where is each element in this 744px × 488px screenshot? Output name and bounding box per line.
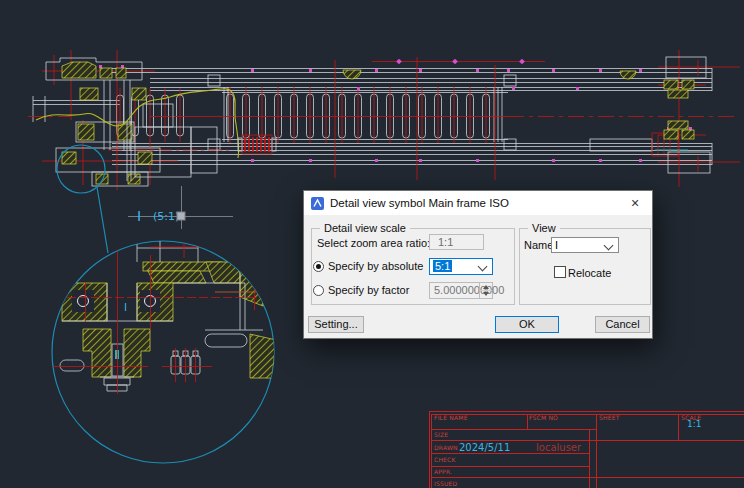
zoom-area-ratio-label: Select zoom area ratio: (317, 237, 430, 249)
callout-scale: (5:1) (153, 210, 179, 223)
detail-view-symbol-dialog: Detail view symbol Main frame ISO × Deta… (303, 190, 653, 339)
scale-group-label: Detail view scale (320, 222, 410, 234)
fscm-no-label: FSCM NO (529, 414, 558, 421)
detail-view-circle: I (52, 230, 276, 463)
check-label: CHECK (434, 456, 456, 463)
ok-button[interactable]: OK (495, 316, 559, 333)
file-name-label: FILE NAME (434, 414, 468, 421)
setting-button[interactable]: Setting... (308, 316, 364, 333)
dialog-title: Detail view symbol Main frame ISO (330, 197, 509, 209)
view-group-label: View (528, 222, 560, 234)
grip-handle[interactable] (177, 212, 185, 220)
appr-label: APPR. (434, 468, 452, 475)
relocate-checkbox[interactable] (554, 266, 566, 278)
sheet-label: SHEET (599, 414, 620, 421)
relocate-label: Relocate (568, 267, 611, 279)
title-block: FILE NAME FSCM NO SHEET SCALE SIZE DRAWN… (429, 412, 744, 488)
view-name-combobox[interactable]: I (551, 237, 619, 253)
cancel-button[interactable]: Cancel (595, 316, 650, 333)
conveyor-rollers (117, 75, 517, 150)
factor-value: 5.0000000000 (434, 284, 504, 296)
view-name-value: I (555, 239, 558, 251)
spinner-buttons[interactable] (479, 283, 492, 298)
specify-by-absolute-radio[interactable] (313, 261, 324, 272)
specify-by-factor-radio[interactable] (313, 285, 324, 296)
absolute-scale-value: 5:1 (433, 260, 452, 272)
detail-marker-letter: I (124, 302, 127, 313)
dialog-titlebar[interactable]: Detail view symbol Main frame ISO × (304, 191, 652, 215)
drawn-by-value: localuser (536, 442, 582, 453)
dialog-app-icon (311, 197, 324, 210)
break-line (36, 70, 636, 158)
drawn-label: DRAWN (434, 444, 458, 451)
zoom-area-ratio-field: 1:1 (429, 234, 484, 250)
drawn-date-value: 2024/5/11 (459, 442, 510, 453)
factor-spinner: 5.0000000000 (429, 282, 493, 299)
scale-value: 1:1 (687, 419, 701, 429)
motor-block (127, 104, 217, 181)
specify-by-factor-label: Specify by factor (328, 284, 409, 296)
issued-label: ISSUED (434, 480, 458, 487)
close-icon[interactable]: × (618, 191, 652, 215)
callout-letter: I (137, 208, 141, 224)
spinner-down-icon[interactable] (480, 290, 492, 299)
absolute-scale-combobox[interactable]: 5:1 (429, 258, 493, 275)
size-label: SIZE (434, 431, 448, 438)
cad-application-window: I (5:1) (0, 0, 744, 488)
chevron-down-icon (604, 241, 614, 251)
detail-callout-label: I (5:1) (128, 186, 233, 229)
specify-by-absolute-label: Specify by absolute (328, 260, 423, 272)
chevron-down-icon (478, 262, 488, 272)
